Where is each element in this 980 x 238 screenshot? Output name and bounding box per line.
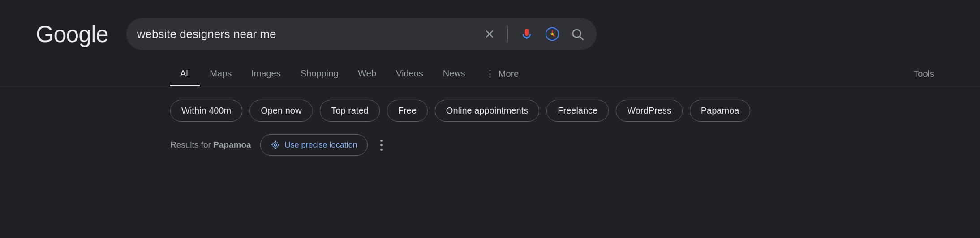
more-options-button[interactable]: [377, 138, 386, 153]
tab-news[interactable]: News: [433, 63, 475, 86]
location-row: Results for Papamoa Use precise location: [0, 122, 980, 156]
location-target-icon: [271, 140, 280, 150]
results-for-text: Results for Papamoa: [170, 140, 251, 150]
svg-point-4: [272, 142, 278, 148]
tools-tab[interactable]: Tools: [903, 64, 944, 85]
more-dots-icon: ⋮: [485, 68, 496, 80]
three-dots-icon: [380, 140, 383, 151]
nav-tabs-row: All Maps Images Shopping Web Videos News…: [0, 63, 980, 86]
lens-search-button[interactable]: [543, 25, 562, 43]
tab-shopping[interactable]: Shopping: [291, 63, 348, 86]
microphone-icon: [520, 26, 534, 42]
chip-papamoa[interactable]: Papamoa: [690, 100, 751, 122]
svg-point-3: [274, 144, 277, 146]
tab-videos[interactable]: Videos: [386, 63, 433, 86]
search-input[interactable]: [137, 27, 474, 41]
close-icon: [483, 28, 496, 40]
chip-wordpress[interactable]: WordPress: [616, 100, 683, 122]
more-label: More: [499, 69, 519, 79]
svg-line-2: [580, 37, 583, 40]
lens-icon: [545, 26, 560, 42]
search-bar: [126, 18, 597, 50]
chip-within-400m[interactable]: Within 400m: [170, 100, 242, 122]
google-logo: Google: [36, 21, 108, 47]
chip-free[interactable]: Free: [387, 100, 428, 122]
divider: [507, 26, 508, 42]
search-icon: [571, 27, 584, 41]
voice-search-button[interactable]: [518, 24, 536, 44]
search-button[interactable]: [569, 26, 586, 42]
page-wrapper: Google: [0, 0, 980, 156]
precise-location-label: Use precise location: [285, 140, 357, 150]
chip-open-now[interactable]: Open now: [249, 100, 313, 122]
tab-web[interactable]: Web: [348, 63, 386, 86]
clear-button[interactable]: [481, 26, 498, 42]
chip-freelance[interactable]: Freelance: [546, 100, 609, 122]
location-name: Papamoa: [213, 140, 251, 149]
more-menu[interactable]: ⋮ More: [475, 63, 529, 86]
chips-row: Within 400m Open now Top rated Free Onli…: [0, 86, 980, 122]
tab-maps[interactable]: Maps: [200, 63, 241, 86]
tab-images[interactable]: Images: [241, 63, 291, 86]
precise-location-button[interactable]: Use precise location: [260, 134, 368, 156]
chip-top-rated[interactable]: Top rated: [320, 100, 379, 122]
tab-all[interactable]: All: [170, 63, 200, 86]
top-row: Google: [0, 18, 980, 50]
chip-online-appointments[interactable]: Online appointments: [435, 100, 539, 122]
